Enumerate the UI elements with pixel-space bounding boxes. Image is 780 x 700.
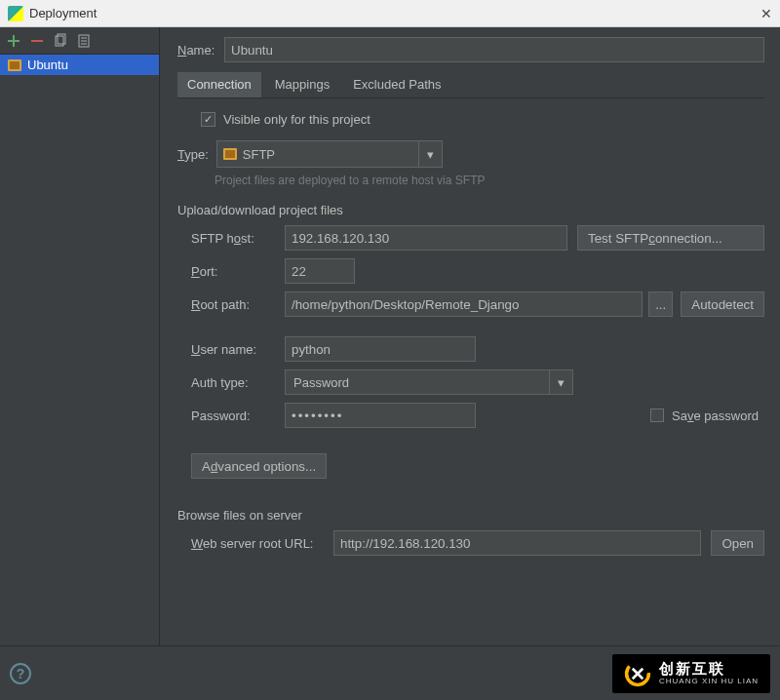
- server-folder-icon: [8, 59, 21, 71]
- close-icon[interactable]: ✕: [760, 6, 772, 21]
- copy-icon[interactable]: [53, 33, 68, 49]
- tab-bar: Connection Mappings Excluded Paths: [177, 72, 764, 98]
- app-icon: [8, 6, 23, 21]
- root-path-input[interactable]: [285, 292, 643, 317]
- type-hint: Project files are deployed to a remote h…: [177, 174, 764, 187]
- server-item-ubuntu[interactable]: Ubuntu: [0, 55, 159, 75]
- window-title: Deployment: [29, 6, 97, 20]
- type-combo[interactable]: SFTP ▾: [216, 140, 443, 168]
- sftp-icon: [223, 148, 237, 160]
- auth-type-combo[interactable]: Password ▾: [285, 369, 573, 395]
- open-button[interactable]: Open: [711, 530, 764, 556]
- help-icon[interactable]: ?: [10, 663, 31, 684]
- advanced-options-button[interactable]: Advanced options...: [191, 453, 327, 479]
- host-input[interactable]: [285, 225, 567, 251]
- save-password-label: Save password: [672, 408, 759, 423]
- server-item-label: Ubuntu: [27, 58, 68, 72]
- port-label: Port:: [177, 264, 285, 279]
- save-password-checkbox[interactable]: [650, 408, 664, 422]
- root-path-label: Root path:: [177, 297, 285, 312]
- tab-excluded-paths[interactable]: Excluded Paths: [343, 72, 450, 97]
- add-icon[interactable]: [6, 33, 21, 49]
- chevron-down-icon: ▾: [549, 370, 572, 394]
- test-connection-button[interactable]: Test SFTP connection...: [577, 225, 764, 251]
- password-input[interactable]: [285, 403, 476, 428]
- settings-icon[interactable]: [76, 33, 92, 49]
- web-url-label: Web server root URL:: [177, 536, 333, 551]
- bottom-bar: ? 创新互联 CHUANG XIN HU LIAN: [0, 645, 780, 700]
- brand-cn: 创新互联: [659, 661, 759, 676]
- brand-en: CHUANG XIN HU LIAN: [659, 678, 759, 685]
- brand-watermark: 创新互联 CHUANG XIN HU LIAN: [612, 654, 770, 693]
- remove-icon[interactable]: [29, 33, 45, 49]
- port-input[interactable]: [285, 258, 355, 284]
- user-input[interactable]: [285, 336, 476, 362]
- tab-mappings[interactable]: Mappings: [265, 72, 339, 97]
- auth-type-label: Auth type:: [177, 375, 285, 390]
- type-label: Type:: [177, 147, 209, 162]
- browse-root-button[interactable]: ...: [648, 292, 673, 317]
- server-list: Ubuntu: [0, 55, 159, 645]
- sidebar-toolbar: [0, 27, 159, 55]
- content-panel: Name: Connection Mappings Excluded Paths…: [160, 27, 780, 645]
- visible-only-checkbox[interactable]: ✓: [201, 112, 215, 127]
- user-label: User name:: [177, 342, 285, 357]
- web-url-input[interactable]: [333, 530, 701, 556]
- sidebar: Ubuntu: [0, 27, 160, 645]
- title-bar: Deployment ✕: [0, 0, 780, 27]
- upload-section-title: Upload/download project files: [177, 203, 764, 217]
- type-value: SFTP: [243, 147, 275, 162]
- visible-only-label: Visible only for this project: [223, 112, 370, 127]
- name-input[interactable]: [224, 37, 764, 62]
- password-label: Password:: [177, 408, 285, 423]
- tab-connection[interactable]: Connection: [177, 72, 261, 97]
- name-label: Name:: [177, 43, 224, 58]
- browse-section-title: Browse files on server: [177, 508, 764, 523]
- brand-logo-icon: [624, 660, 651, 687]
- auth-type-value: Password: [286, 375, 549, 390]
- autodetect-button[interactable]: Autodetect: [681, 292, 764, 317]
- chevron-down-icon: ▾: [418, 141, 442, 167]
- host-label: SFTP host:: [177, 231, 285, 246]
